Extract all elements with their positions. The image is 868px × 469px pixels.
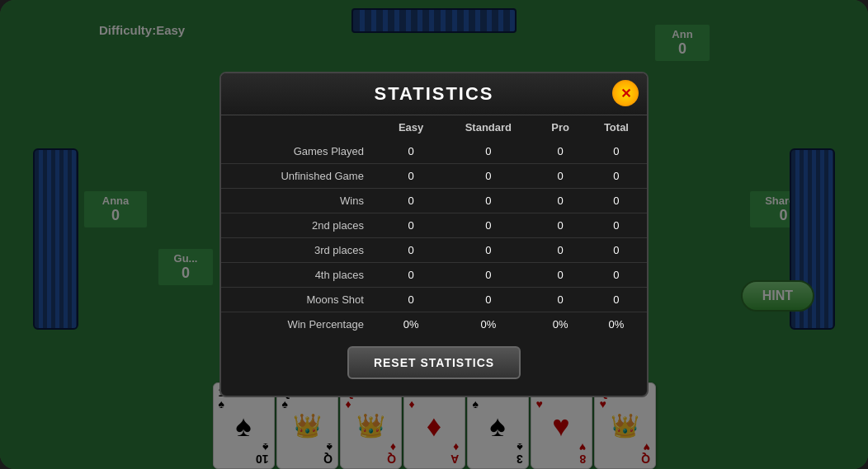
row-total-5: 0 bbox=[586, 263, 647, 288]
close-icon: ✕ bbox=[620, 86, 631, 101]
table-row: 3rd places 0 0 0 0 bbox=[221, 238, 647, 263]
modal-header: STATISTICS ✕ bbox=[221, 73, 647, 115]
table-row: Unfinished Game 0 0 0 0 bbox=[221, 164, 647, 189]
row-easy-1: 0 bbox=[380, 164, 441, 189]
table-row: 2nd places 0 0 0 0 bbox=[221, 213, 647, 238]
row-standard-3: 0 bbox=[441, 213, 535, 238]
reset-statistics-button[interactable]: RESET STATISTICS bbox=[347, 346, 521, 379]
col-header-label bbox=[221, 115, 380, 139]
row-pro-1: 0 bbox=[535, 164, 586, 189]
table-row: Win Percentage 0% 0% 0% 0% bbox=[221, 312, 647, 337]
table-header-row: Easy Standard Pro Total bbox=[221, 115, 647, 139]
statistics-modal: STATISTICS ✕ Easy Standard Pro Total bbox=[219, 72, 649, 397]
row-pro-3: 0 bbox=[535, 213, 586, 238]
row-label-5: 4th places bbox=[221, 263, 380, 288]
row-label-1: Unfinished Game bbox=[221, 164, 380, 189]
table-row: Wins 0 0 0 0 bbox=[221, 189, 647, 213]
row-label-7: Win Percentage bbox=[221, 312, 380, 337]
table-row: Games Played 0 0 0 0 bbox=[221, 139, 647, 164]
table-row: Moons Shot 0 0 0 0 bbox=[221, 288, 647, 312]
row-total-6: 0 bbox=[586, 288, 647, 312]
row-easy-4: 0 bbox=[380, 238, 441, 263]
col-header-standard: Standard bbox=[441, 115, 535, 139]
row-easy-0: 0 bbox=[380, 139, 441, 164]
row-pro-2: 0 bbox=[535, 189, 586, 213]
row-total-0: 0 bbox=[586, 139, 647, 164]
row-easy-3: 0 bbox=[380, 213, 441, 238]
row-easy-7: 0% bbox=[380, 312, 441, 337]
row-standard-0: 0 bbox=[441, 139, 535, 164]
col-header-total: Total bbox=[586, 115, 647, 139]
row-label-4: 3rd places bbox=[221, 238, 380, 263]
row-pro-5: 0 bbox=[535, 263, 586, 288]
row-total-4: 0 bbox=[586, 238, 647, 263]
row-standard-4: 0 bbox=[441, 238, 535, 263]
row-total-7: 0% bbox=[586, 312, 647, 337]
row-label-3: 2nd places bbox=[221, 213, 380, 238]
stats-table: Easy Standard Pro Total Games Played 0 0… bbox=[221, 115, 647, 336]
row-total-1: 0 bbox=[586, 164, 647, 189]
device-frame: Difficulty:Easy Ann 0 Anna 0 Sharon 0 Gu… bbox=[0, 0, 868, 469]
row-easy-5: 0 bbox=[380, 263, 441, 288]
row-standard-1: 0 bbox=[441, 164, 535, 189]
col-header-pro: Pro bbox=[535, 115, 586, 139]
row-label-6: Moons Shot bbox=[221, 288, 380, 312]
row-pro-0: 0 bbox=[535, 139, 586, 164]
row-total-3: 0 bbox=[586, 213, 647, 238]
row-standard-6: 0 bbox=[441, 288, 535, 312]
row-label-0: Games Played bbox=[221, 139, 380, 164]
row-standard-7: 0% bbox=[441, 312, 535, 337]
row-pro-4: 0 bbox=[535, 238, 586, 263]
col-header-easy: Easy bbox=[380, 115, 441, 139]
modal-title: STATISTICS bbox=[374, 83, 493, 104]
table-row: 4th places 0 0 0 0 bbox=[221, 263, 647, 288]
row-label-2: Wins bbox=[221, 189, 380, 213]
row-standard-5: 0 bbox=[441, 263, 535, 288]
row-pro-6: 0 bbox=[535, 288, 586, 312]
row-standard-2: 0 bbox=[441, 189, 535, 213]
row-easy-6: 0 bbox=[380, 288, 441, 312]
row-total-2: 0 bbox=[586, 189, 647, 213]
row-pro-7: 0% bbox=[535, 312, 586, 337]
modal-overlay: STATISTICS ✕ Easy Standard Pro Total bbox=[0, 0, 868, 469]
close-button[interactable]: ✕ bbox=[612, 80, 639, 106]
row-easy-2: 0 bbox=[380, 189, 441, 213]
